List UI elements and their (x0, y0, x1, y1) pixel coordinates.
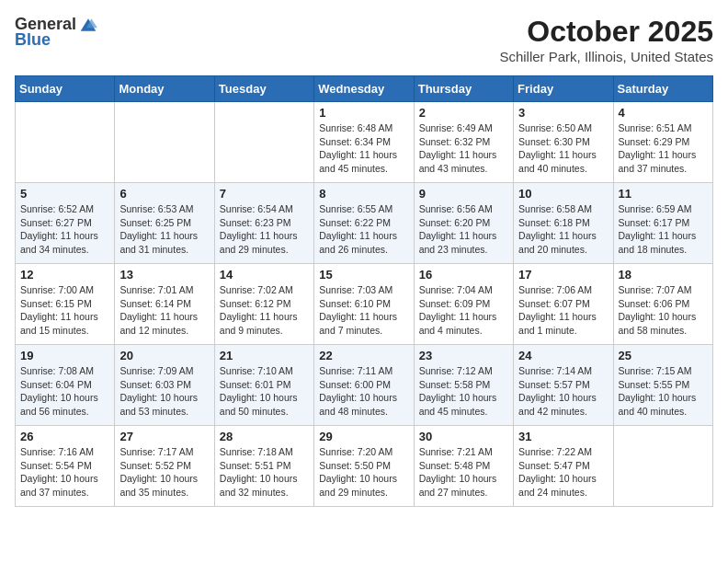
month-title: October 2025 (499, 15, 713, 49)
day-number: 23 (419, 349, 508, 362)
calendar-cell: 22Sunrise: 7:11 AMSunset: 6:00 PMDayligh… (314, 345, 414, 426)
calendar-cell (115, 102, 214, 183)
location-title: Schiller Park, Illinois, United States (499, 49, 713, 64)
weekday-header-wednesday: Wednesday (314, 76, 414, 102)
day-info: Sunrise: 7:18 AMSunset: 5:51 PMDaylight:… (220, 445, 309, 500)
calendar-cell: 20Sunrise: 7:09 AMSunset: 6:03 PMDayligh… (115, 345, 214, 426)
day-info: Sunrise: 7:14 AMSunset: 5:57 PMDaylight:… (518, 364, 608, 419)
day-number: 30 (419, 430, 508, 443)
calendar-cell: 12Sunrise: 7:00 AMSunset: 6:15 PMDayligh… (16, 264, 115, 345)
calendar-cell: 14Sunrise: 7:02 AMSunset: 6:12 PMDayligh… (214, 264, 313, 345)
day-number: 22 (319, 349, 408, 362)
weekday-header-friday: Friday (514, 76, 613, 102)
day-number: 21 (220, 349, 309, 362)
calendar-cell: 26Sunrise: 7:16 AMSunset: 5:54 PMDayligh… (16, 426, 115, 507)
day-number: 13 (119, 268, 209, 282)
day-info: Sunrise: 7:02 AMSunset: 6:12 PMDaylight:… (220, 283, 309, 338)
calendar-cell: 18Sunrise: 7:07 AMSunset: 6:06 PMDayligh… (613, 264, 712, 345)
day-number: 14 (220, 268, 309, 282)
day-number: 15 (319, 268, 408, 282)
day-number: 29 (319, 430, 408, 443)
weekday-header-row: SundayMondayTuesdayWednesdayThursdayFrid… (16, 76, 713, 102)
calendar-cell (613, 426, 712, 507)
day-info: Sunrise: 6:58 AMSunset: 6:18 PMDaylight:… (518, 202, 608, 257)
day-info: Sunrise: 7:21 AMSunset: 5:48 PMDaylight:… (419, 445, 508, 500)
calendar-cell: 2Sunrise: 6:49 AMSunset: 6:32 PMDaylight… (414, 102, 513, 183)
day-number: 26 (20, 430, 109, 443)
calendar-cell: 27Sunrise: 7:17 AMSunset: 5:52 PMDayligh… (115, 426, 214, 507)
day-info: Sunrise: 7:04 AMSunset: 6:09 PMDaylight:… (419, 283, 508, 338)
day-info: Sunrise: 7:03 AMSunset: 6:10 PMDaylight:… (319, 283, 408, 338)
calendar-week-row: 19Sunrise: 7:08 AMSunset: 6:04 PMDayligh… (16, 345, 713, 426)
calendar-cell: 17Sunrise: 7:06 AMSunset: 6:07 PMDayligh… (514, 264, 613, 345)
weekday-header-thursday: Thursday (414, 76, 513, 102)
day-info: Sunrise: 7:16 AMSunset: 5:54 PMDaylight:… (20, 445, 109, 500)
day-number: 19 (20, 349, 109, 362)
day-number: 11 (619, 187, 708, 201)
calendar-cell: 30Sunrise: 7:21 AMSunset: 5:48 PMDayligh… (414, 426, 513, 507)
day-number: 27 (119, 430, 209, 443)
day-info: Sunrise: 6:52 AMSunset: 6:27 PMDaylight:… (20, 202, 109, 257)
day-info: Sunrise: 7:12 AMSunset: 5:58 PMDaylight:… (419, 364, 508, 419)
calendar-cell (214, 102, 313, 183)
day-number: 20 (119, 349, 209, 362)
day-info: Sunrise: 6:51 AMSunset: 6:29 PMDaylight:… (619, 121, 708, 176)
calendar-week-row: 26Sunrise: 7:16 AMSunset: 5:54 PMDayligh… (16, 426, 713, 507)
calendar-cell: 31Sunrise: 7:22 AMSunset: 5:47 PMDayligh… (514, 426, 613, 507)
calendar-cell: 24Sunrise: 7:14 AMSunset: 5:57 PMDayligh… (514, 345, 613, 426)
day-number: 8 (319, 187, 408, 201)
weekday-header-saturday: Saturday (613, 76, 712, 102)
calendar-cell: 9Sunrise: 6:56 AMSunset: 6:20 PMDaylight… (414, 183, 513, 264)
day-number: 12 (20, 268, 109, 282)
day-number: 2 (419, 106, 508, 120)
logo-icon (79, 16, 97, 34)
calendar-cell: 11Sunrise: 6:59 AMSunset: 6:17 PMDayligh… (613, 183, 712, 264)
day-info: Sunrise: 7:20 AMSunset: 5:50 PMDaylight:… (319, 445, 408, 500)
day-info: Sunrise: 6:50 AMSunset: 6:30 PMDaylight:… (518, 121, 608, 176)
day-info: Sunrise: 6:53 AMSunset: 6:25 PMDaylight:… (119, 202, 209, 257)
day-number: 24 (518, 349, 608, 362)
day-info: Sunrise: 7:09 AMSunset: 6:03 PMDaylight:… (119, 364, 209, 419)
day-info: Sunrise: 7:10 AMSunset: 6:01 PMDaylight:… (220, 364, 309, 419)
page-header: General Blue October 2025 Schiller Park,… (15, 15, 713, 64)
calendar-cell: 6Sunrise: 6:53 AMSunset: 6:25 PMDaylight… (115, 183, 214, 264)
day-number: 5 (20, 187, 109, 201)
day-info: Sunrise: 6:54 AMSunset: 6:23 PMDaylight:… (220, 202, 309, 257)
calendar-cell: 7Sunrise: 6:54 AMSunset: 6:23 PMDaylight… (214, 183, 313, 264)
day-number: 25 (619, 349, 708, 362)
weekday-header-tuesday: Tuesday (214, 76, 313, 102)
day-number: 31 (518, 430, 608, 443)
day-number: 3 (518, 106, 608, 120)
day-info: Sunrise: 6:49 AMSunset: 6:32 PMDaylight:… (419, 121, 508, 176)
calendar-cell: 5Sunrise: 6:52 AMSunset: 6:27 PMDaylight… (16, 183, 115, 264)
day-number: 28 (220, 430, 309, 443)
calendar-cell: 8Sunrise: 6:55 AMSunset: 6:22 PMDaylight… (314, 183, 414, 264)
day-info: Sunrise: 7:00 AMSunset: 6:15 PMDaylight:… (20, 283, 109, 338)
day-info: Sunrise: 7:17 AMSunset: 5:52 PMDaylight:… (119, 445, 209, 500)
day-number: 10 (518, 187, 608, 201)
calendar-cell: 10Sunrise: 6:58 AMSunset: 6:18 PMDayligh… (514, 183, 613, 264)
logo: General Blue (15, 15, 98, 50)
day-info: Sunrise: 7:11 AMSunset: 6:00 PMDaylight:… (319, 364, 408, 419)
calendar-cell: 21Sunrise: 7:10 AMSunset: 6:01 PMDayligh… (214, 345, 313, 426)
calendar-table: SundayMondayTuesdayWednesdayThursdayFrid… (15, 75, 713, 507)
day-info: Sunrise: 6:48 AMSunset: 6:34 PMDaylight:… (319, 121, 408, 176)
day-info: Sunrise: 7:08 AMSunset: 6:04 PMDaylight:… (20, 364, 109, 419)
calendar-cell: 28Sunrise: 7:18 AMSunset: 5:51 PMDayligh… (214, 426, 313, 507)
title-block: October 2025 Schiller Park, Illinois, Un… (499, 15, 713, 64)
day-number: 18 (619, 268, 708, 282)
day-number: 7 (220, 187, 309, 201)
day-number: 1 (319, 106, 408, 120)
day-number: 17 (518, 268, 608, 282)
calendar-cell: 4Sunrise: 6:51 AMSunset: 6:29 PMDaylight… (613, 102, 712, 183)
day-number: 9 (419, 187, 508, 201)
calendar-cell: 15Sunrise: 7:03 AMSunset: 6:10 PMDayligh… (314, 264, 414, 345)
day-info: Sunrise: 7:15 AMSunset: 5:55 PMDaylight:… (619, 364, 708, 419)
calendar-cell: 3Sunrise: 6:50 AMSunset: 6:30 PMDaylight… (514, 102, 613, 183)
calendar-cell: 1Sunrise: 6:48 AMSunset: 6:34 PMDaylight… (314, 102, 414, 183)
calendar-cell: 25Sunrise: 7:15 AMSunset: 5:55 PMDayligh… (613, 345, 712, 426)
day-info: Sunrise: 7:22 AMSunset: 5:47 PMDaylight:… (518, 445, 608, 500)
day-number: 6 (119, 187, 209, 201)
calendar-cell: 19Sunrise: 7:08 AMSunset: 6:04 PMDayligh… (16, 345, 115, 426)
day-info: Sunrise: 7:07 AMSunset: 6:06 PMDaylight:… (619, 283, 708, 338)
